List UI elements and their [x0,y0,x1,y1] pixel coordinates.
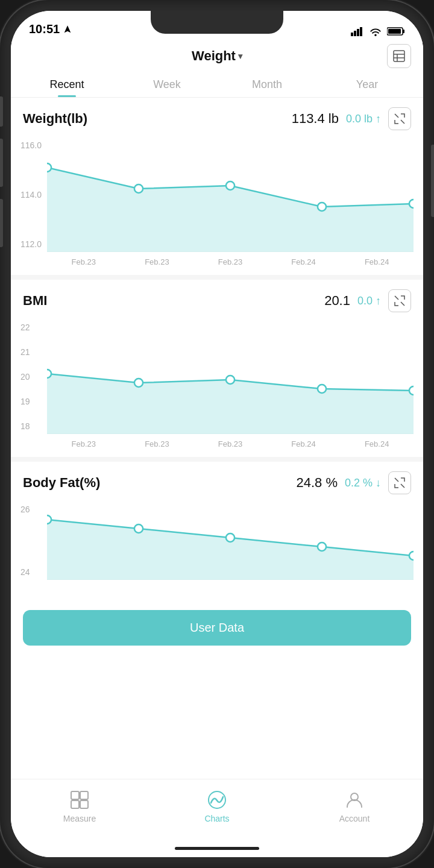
tab-week-label: Week [153,78,181,90]
bodyfat-chart-section: Body Fat(%) 24.8 % 0.2 % ↓ [11,462,423,598]
svg-point-20 [226,376,234,384]
header-title-text: Weight [192,48,236,64]
expand-icon [394,295,405,306]
svg-point-13 [134,184,143,193]
bmi-chart-header: BMI 20.1 0.0 ↑ [23,289,411,312]
svg-rect-3 [360,27,362,36]
tab-bar: Recent Week Month Year [11,71,423,98]
weight-main-value: 113.4 lb [292,111,339,127]
bmi-x-labels: Feb.23 Feb.23 Feb.23 Feb.24 Feb.24 [47,435,414,452]
svg-rect-32 [80,800,88,808]
bodyfat-chart-header: Body Fat(%) 24.8 % 0.2 % ↓ [23,471,411,494]
wifi-icon [369,27,382,36]
time-label: 10:51 [29,22,60,36]
svg-rect-0 [351,33,353,36]
measure-label: Measure [63,814,96,823]
svg-point-26 [226,533,234,542]
table-view-button[interactable] [387,44,411,68]
weight-x-labels: Feb.23 Feb.23 Feb.23 Feb.24 Feb.24 [47,253,414,270]
home-bar [175,847,259,850]
bmi-main-value: 20.1 [324,293,350,309]
header-title: Weight ▾ [192,48,242,64]
svg-point-16 [409,200,414,208]
bmi-delta: 0.0 ↑ [357,295,381,307]
location-icon [63,25,72,34]
tab-recent[interactable]: Recent [17,71,117,97]
svg-point-15 [318,203,326,211]
home-indicator [11,839,423,857]
divider-2 [11,457,423,462]
battery-icon [387,27,405,36]
bodyfat-chart-area: 26 24 [20,502,414,598]
account-label: Account [339,814,370,823]
svg-rect-6 [388,29,401,34]
svg-point-19 [134,379,143,387]
signal-icon [351,27,364,36]
dropdown-icon[interactable]: ▾ [238,51,242,61]
bodyfat-chart-title: Body Fat(%) [23,475,100,491]
bmi-value-group: 20.1 0.0 ↑ [324,289,411,312]
svg-rect-31 [71,800,79,808]
svg-point-24 [47,515,51,524]
bmi-y-labels: 22 21 20 19 18 [20,319,30,434]
svg-rect-29 [71,791,79,799]
svg-rect-2 [357,29,359,36]
notch [151,11,283,34]
tab-year-label: Year [356,78,378,90]
tab-week[interactable]: Week [117,71,217,97]
charts-icon [207,790,227,810]
status-time: 10:51 [29,22,72,36]
bodyfat-chart-plot [47,502,414,580]
svg-point-27 [318,542,326,551]
bodyfat-value-group: 24.8 % 0.2 % ↓ [296,471,411,494]
weight-chart-area: 116.0 114.0 112.0 [20,137,414,270]
svg-point-18 [47,370,51,378]
svg-rect-30 [80,791,88,799]
svg-point-25 [134,524,143,533]
nav-account[interactable]: Account [286,790,423,829]
svg-point-14 [226,181,234,190]
weight-chart-header: Weight(lb) 113.4 lb 0.0 lb ↑ [23,107,411,130]
weight-chart-title: Weight(lb) [23,111,87,127]
bodyfat-delta: 0.2 % ↓ [345,477,381,489]
weight-y-labels: 116.0 114.0 112.0 [20,137,42,252]
expand-icon [394,477,405,488]
weight-delta: 0.0 lb ↑ [346,113,381,125]
bmi-chart-plot [47,319,414,434]
expand-icon [394,113,405,124]
app-content[interactable]: Weight ▾ Recent Week [11,41,423,779]
svg-point-22 [409,386,414,395]
charts-label: Charts [204,814,229,823]
bmi-chart-section: BMI 20.1 0.0 ↑ 22 [11,280,423,452]
nav-measure[interactable]: Measure [11,790,148,829]
user-data-button[interactable]: User Data [23,610,411,646]
divider-1 [11,275,423,280]
bmi-expand-button[interactable] [388,289,411,312]
weight-value-group: 113.4 lb 0.0 lb ↑ [292,107,411,130]
tab-month[interactable]: Month [217,71,317,97]
app-header: Weight ▾ [11,41,423,71]
account-icon [344,790,365,810]
tab-year[interactable]: Year [317,71,417,97]
svg-point-28 [409,552,414,560]
svg-point-12 [47,163,51,172]
bmi-chart-title: BMI [23,293,47,309]
nav-charts[interactable]: Charts [148,790,286,829]
weight-chart-plot [47,137,414,252]
bodyfat-y-labels: 26 24 [20,502,30,580]
phone-shell: 10:51 [0,0,434,868]
phone-screen: 10:51 [11,11,423,857]
status-icons [351,27,405,36]
weight-expand-button[interactable] [388,107,411,130]
tab-recent-label: Recent [49,78,84,90]
svg-point-21 [318,385,326,393]
bottom-nav: Measure Charts Account [11,779,423,839]
tab-month-label: Month [252,78,282,90]
measure-icon [69,790,90,810]
bodyfat-expand-button[interactable] [388,471,411,494]
svg-rect-1 [354,31,356,36]
weight-chart-section: Weight(lb) 113.4 lb 0.0 lb ↑ [11,98,423,270]
svg-rect-7 [394,51,404,61]
bmi-chart-area: 22 21 20 19 18 [20,319,414,452]
svg-rect-5 [403,30,404,33]
